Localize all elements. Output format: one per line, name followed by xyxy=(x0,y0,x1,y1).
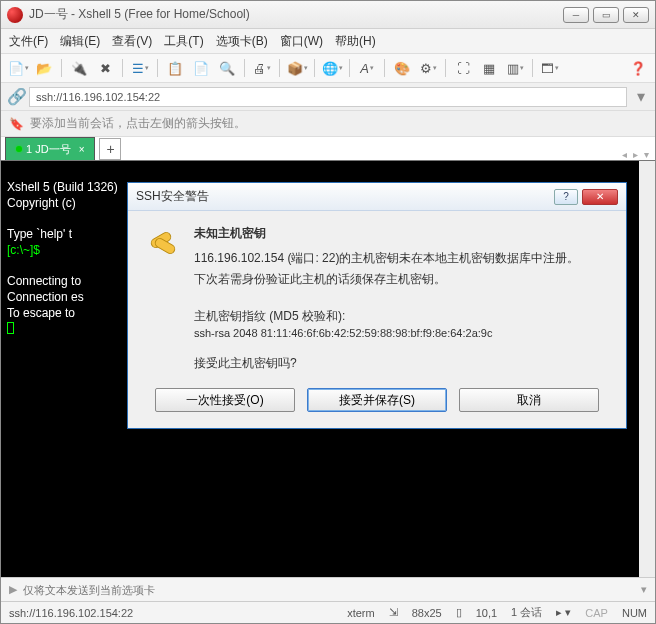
tab-list-icon[interactable]: ▾ xyxy=(644,149,649,160)
tab-close-icon[interactable]: × xyxy=(79,144,85,155)
link-icon: 🔗 xyxy=(7,87,23,106)
status-pos: 10,1 xyxy=(476,607,497,619)
font-icon[interactable]: A xyxy=(356,57,378,79)
status-cap: CAP xyxy=(585,607,608,619)
dialog-text-2: 下次若需身份验证此主机的话须保存主机密钥。 xyxy=(194,271,608,288)
tab-bar: 1 JD一号 × + ◂ ▸ ▾ xyxy=(1,137,655,161)
scrollbar[interactable] xyxy=(639,161,655,577)
separator xyxy=(122,59,123,77)
tab-next-icon[interactable]: ▸ xyxy=(633,149,638,160)
term-line: To escape to xyxy=(7,306,78,320)
status-connection: ssh://116.196.102.154:22 xyxy=(9,607,133,619)
keys-icon xyxy=(146,225,180,259)
status-bar: ssh://116.196.102.154:22 xterm ⇲ 88x25 ▯… xyxy=(1,601,655,623)
help-icon[interactable]: ❓ xyxy=(627,57,649,79)
send-icon[interactable]: ▶ xyxy=(9,583,17,596)
print-icon[interactable]: 🖨 xyxy=(251,57,273,79)
menu-view[interactable]: 查看(V) xyxy=(112,33,152,50)
menubar: 文件(F) 编辑(E) 查看(V) 工具(T) 选项卡(B) 窗口(W) 帮助(… xyxy=(1,29,655,53)
reconnect-icon[interactable]: 🔌 xyxy=(68,57,90,79)
bookmark-icon[interactable]: 🔖 xyxy=(9,117,24,131)
address-input[interactable] xyxy=(29,87,627,107)
separator xyxy=(244,59,245,77)
copy-icon[interactable]: 📋 xyxy=(164,57,186,79)
menu-tabs[interactable]: 选项卡(B) xyxy=(216,33,268,50)
term-line: Copyright (c) xyxy=(7,196,79,210)
dialog-title: SSH安全警告 xyxy=(136,188,550,205)
titlebar: JD一号 - Xshell 5 (Free for Home/School) ─… xyxy=(1,1,655,29)
paste-icon[interactable]: 📄 xyxy=(190,57,212,79)
separator xyxy=(157,59,158,77)
chevron-down-icon[interactable]: ▾ xyxy=(641,583,647,596)
script-icon[interactable]: ⚙ xyxy=(417,57,439,79)
accept-save-button[interactable]: 接受并保存(S) xyxy=(307,388,447,412)
menu-edit[interactable]: 编辑(E) xyxy=(60,33,100,50)
session-tab[interactable]: 1 JD一号 × xyxy=(5,137,95,160)
dialog-question: 接受此主机密钥吗? xyxy=(194,355,608,372)
status-dot-icon xyxy=(16,146,22,152)
fingerprint-value: ssh-rsa 2048 81:11:46:6f:6b:42:52:59:88:… xyxy=(194,327,608,339)
term-prompt: [c:\~]$ xyxy=(7,243,40,257)
hint-text: 要添加当前会话，点击左侧的箭头按钮。 xyxy=(30,115,246,132)
menu-file[interactable]: 文件(F) xyxy=(9,33,48,50)
status-term: xterm xyxy=(347,607,375,619)
find-icon[interactable]: 🔍 xyxy=(216,57,238,79)
fullscreen-icon[interactable]: ⛶ xyxy=(452,57,474,79)
menu-help[interactable]: 帮助(H) xyxy=(335,33,376,50)
toolbar: 📄 📂 🔌 ✖ ☰ 📋 📄 🔍 🖨 📦 🌐 A 🎨 ⚙ ⛶ ▦ ▥ 🗔 ❓ xyxy=(1,53,655,83)
tab-label: 1 JD一号 xyxy=(26,142,71,157)
dialog-heading: 未知主机密钥 xyxy=(194,225,608,242)
fingerprint-label: 主机密钥指纹 (MD5 校验和): xyxy=(194,308,608,325)
menu-tools[interactable]: 工具(T) xyxy=(164,33,203,50)
tab-nav: ◂ ▸ ▾ xyxy=(622,149,649,160)
sessions-icon[interactable]: ▸ ▾ xyxy=(556,606,571,619)
status-num: NUM xyxy=(622,607,647,619)
tile-icon[interactable]: ▦ xyxy=(478,57,500,79)
maximize-button[interactable]: ▭ xyxy=(593,7,619,23)
separator xyxy=(61,59,62,77)
dialog-help-button[interactable]: ? xyxy=(554,189,578,205)
transfer-icon[interactable]: 📦 xyxy=(286,57,308,79)
window-title: JD一号 - Xshell 5 (Free for Home/School) xyxy=(29,6,563,23)
term-line: Connecting to xyxy=(7,274,84,288)
layout-icon[interactable]: ▥ xyxy=(504,57,526,79)
close-button[interactable]: ✕ xyxy=(623,7,649,23)
command-input[interactable] xyxy=(23,581,635,599)
term-line: Connection es xyxy=(7,290,84,304)
add-tab-button[interactable]: + xyxy=(99,138,121,160)
position-icon: ▯ xyxy=(456,606,462,619)
cancel-button[interactable]: 取消 xyxy=(459,388,599,412)
status-size: 88x25 xyxy=(412,607,442,619)
separator xyxy=(445,59,446,77)
resize-icon: ⇲ xyxy=(389,606,398,619)
app-logo-icon xyxy=(7,7,23,23)
cursor-icon xyxy=(7,322,14,334)
disconnect-icon[interactable]: ✖ xyxy=(94,57,116,79)
chevron-down-icon[interactable]: ▾ xyxy=(633,87,649,106)
properties-icon[interactable]: ☰ xyxy=(129,57,151,79)
accept-once-button[interactable]: 一次性接受(O) xyxy=(155,388,295,412)
term-line: Type `help' t xyxy=(7,227,72,241)
globe-icon[interactable]: 🌐 xyxy=(321,57,343,79)
term-line: Xshell 5 (Build 1326) xyxy=(7,180,118,194)
new-session-icon[interactable]: 📄 xyxy=(7,57,29,79)
dialog-titlebar: SSH安全警告 ? ✕ xyxy=(128,183,626,211)
separator xyxy=(384,59,385,77)
command-bar: ▶ ▾ xyxy=(1,577,655,601)
separator xyxy=(279,59,280,77)
separator xyxy=(314,59,315,77)
dialog-text-1: 116.196.102.154 (端口: 22)的主机密钥未在本地主机密钥数据库… xyxy=(194,250,608,267)
color-icon[interactable]: 🎨 xyxy=(391,57,413,79)
menu-window[interactable]: 窗口(W) xyxy=(280,33,323,50)
minimize-button[interactable]: ─ xyxy=(563,7,589,23)
open-icon[interactable]: 📂 xyxy=(33,57,55,79)
dialog-close-button[interactable]: ✕ xyxy=(582,189,618,205)
address-bar: 🔗 ▾ xyxy=(1,83,655,111)
extra-icon[interactable]: 🗔 xyxy=(539,57,561,79)
ssh-warning-dialog: SSH安全警告 ? ✕ 未知主机密钥 116.196.102.154 (端口: … xyxy=(127,182,627,429)
hint-bar: 🔖 要添加当前会话，点击左侧的箭头按钮。 xyxy=(1,111,655,137)
separator xyxy=(532,59,533,77)
dialog-body: 未知主机密钥 116.196.102.154 (端口: 22)的主机密钥未在本地… xyxy=(128,211,626,428)
tab-prev-icon[interactable]: ◂ xyxy=(622,149,627,160)
status-sessions: 1 会话 xyxy=(511,605,542,620)
